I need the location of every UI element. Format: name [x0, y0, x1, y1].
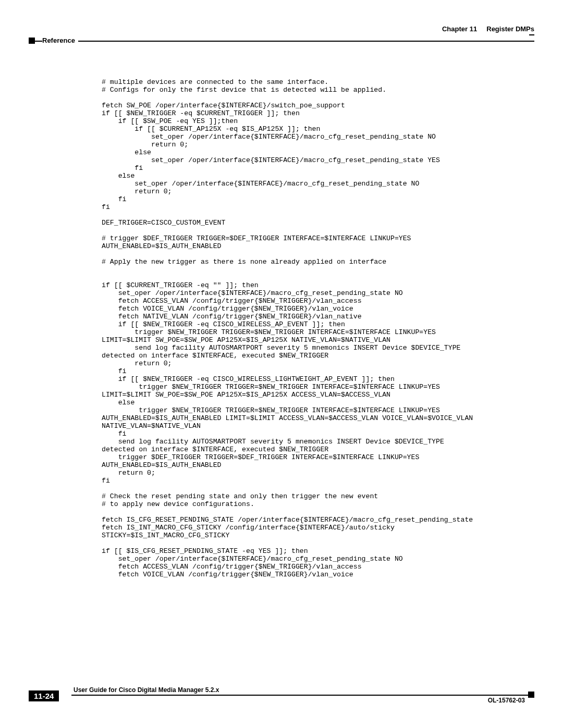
- reference-row: Reference: [29, 36, 534, 46]
- page-header: Chapter 11 Register DMPs: [29, 25, 534, 35]
- page-footer: User Guide for Cisco Digital Media Manag…: [29, 687, 534, 708]
- reference-rule: [29, 41, 534, 42]
- footer-square-icon: [528, 692, 534, 698]
- guide-title: User Guide for Cisco Digital Media Manag…: [74, 686, 222, 694]
- reference-square-icon: [29, 38, 35, 44]
- chapter-label: Chapter 11: [442, 25, 477, 33]
- code-block: # multiple devices are connected to the …: [102, 78, 534, 578]
- page: Chapter 11 Register DMPs Reference # mul…: [0, 0, 563, 728]
- header-rule-marker: [529, 34, 534, 35]
- chapter-heading: Chapter 11 Register DMPs: [442, 25, 534, 33]
- footer-rule: [71, 695, 534, 696]
- chapter-title: Register DMPs: [486, 25, 534, 33]
- page-number: 11-24: [29, 690, 59, 701]
- doc-id: OL-15762-03: [485, 697, 525, 704]
- reference-label: Reference: [42, 36, 78, 44]
